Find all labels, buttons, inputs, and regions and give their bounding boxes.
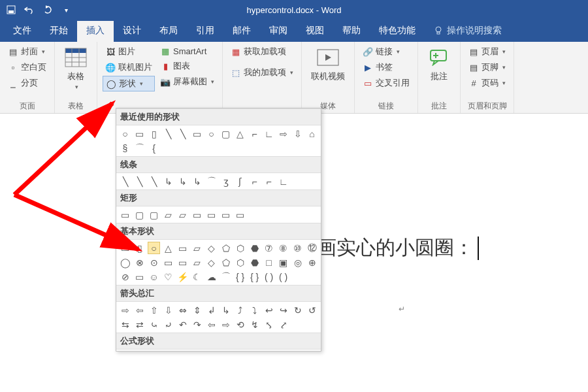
shape-item[interactable]: { } (234, 270, 246, 283)
shape-item[interactable]: ▣ (277, 256, 289, 269)
shape-item[interactable]: ⟲ (234, 318, 246, 331)
shape-item[interactable]: ▭ (119, 242, 131, 254)
shape-item[interactable]: ⬡ (234, 242, 246, 254)
shape-item[interactable]: ☾ (191, 270, 203, 283)
shape-item[interactable]: ○ (205, 127, 218, 140)
shape-item[interactable]: ⇄ (133, 318, 146, 331)
shape-item[interactable]: ⌂ (306, 127, 318, 140)
shape-item[interactable]: { (148, 142, 160, 154)
shape-item[interactable]: ⊙ (148, 256, 160, 269)
shape-item[interactable]: ▭ (133, 127, 146, 140)
shape-item[interactable]: ○ (148, 242, 160, 254)
shape-item[interactable]: ▭ (119, 208, 131, 221)
shape-item[interactable]: ⤾ (162, 318, 174, 331)
shape-item[interactable]: ↲ (205, 304, 218, 316)
shape-item[interactable]: ⇆ (119, 318, 131, 331)
shape-item[interactable]: ⬣ (248, 256, 261, 269)
qat-customize-icon[interactable]: ▾ (59, 3, 73, 17)
shape-item[interactable]: ▭ (133, 270, 146, 283)
shape-item[interactable]: ▯ (148, 127, 160, 140)
pictures-button[interactable]: 🖼图片 (103, 44, 155, 59)
tab-layout[interactable]: 布局 (150, 21, 187, 42)
shape-item[interactable]: ⬠ (220, 242, 232, 254)
shape-item[interactable]: ⌒ (205, 175, 218, 188)
shape-item[interactable]: ⇩ (162, 304, 174, 316)
shape-item[interactable]: ⊘ (119, 270, 131, 283)
shape-item[interactable]: ⇩ (291, 127, 304, 140)
shape-item[interactable]: ▭ (191, 127, 203, 140)
crossref-button[interactable]: ▭交叉引用 (360, 76, 412, 90)
shape-item[interactable]: ○ (119, 127, 131, 140)
shape-item[interactable]: ⤿ (148, 318, 160, 331)
shape-item[interactable]: ╲ (133, 175, 146, 188)
shape-item[interactable]: ▱ (191, 256, 203, 269)
shape-item[interactable]: ↳ (176, 175, 189, 188)
shape-item[interactable]: ╲ (176, 127, 189, 140)
shape-item[interactable]: ⑧ (277, 242, 289, 254)
screenshot-button[interactable]: 📷屏幕截图▾ (157, 74, 217, 89)
shape-item[interactable]: ▭ (191, 208, 203, 221)
shape-item[interactable]: ( ) (277, 270, 289, 283)
shape-item[interactable]: ⬣ (248, 242, 261, 254)
shape-item[interactable]: ⇨ (277, 127, 289, 140)
shape-item[interactable]: ▭ (220, 208, 232, 221)
shape-item[interactable]: ▱ (191, 242, 203, 254)
shape-item[interactable]: ⇔ (176, 304, 189, 316)
shape-item[interactable]: ▭ (176, 242, 189, 254)
get-addins-button[interactable]: ▦获取加载项 (228, 44, 296, 59)
shape-item[interactable]: { } (248, 270, 261, 283)
tab-review[interactable]: 审阅 (260, 21, 297, 42)
link-button[interactable]: 🔗链接▾ (360, 44, 412, 59)
shape-item[interactable]: ⇦ (205, 318, 218, 331)
shape-item[interactable]: ↺ (306, 304, 318, 316)
shape-item[interactable]: ⊕ (306, 256, 318, 269)
tab-file[interactable]: 文件 (4, 21, 41, 42)
shape-item[interactable]: § (119, 142, 131, 154)
tell-me-search[interactable]: 操作说明搜索 (425, 21, 511, 42)
shape-item[interactable]: ◎ (291, 256, 304, 269)
shape-item[interactable]: ◇ (205, 242, 218, 254)
shape-item[interactable]: ⚡ (176, 270, 189, 283)
shape-item[interactable]: ⤤ (277, 318, 289, 331)
my-addins-button[interactable]: ⬚我的加载项▾ (228, 65, 296, 80)
save-icon[interactable] (4, 3, 18, 17)
shape-item[interactable]: ⑫ (306, 242, 318, 254)
chart-button[interactable]: ▮图表 (157, 59, 217, 73)
shape-item[interactable]: ☺ (148, 270, 160, 283)
shape-item[interactable]: ↳ (220, 304, 232, 316)
shape-item[interactable]: ⤵ (248, 304, 261, 316)
shape-item[interactable]: ⑦ (263, 242, 275, 254)
shape-item[interactable]: ( ) (263, 270, 275, 283)
comment-button[interactable]: 批注 (423, 44, 455, 84)
shape-item[interactable]: ⇨ (119, 304, 131, 316)
tab-view[interactable]: 视图 (297, 21, 333, 42)
shape-item[interactable]: ↳ (191, 175, 203, 188)
shape-item[interactable]: ↪ (277, 304, 289, 316)
page-break-button[interactable]: ⎯分页 (5, 76, 49, 90)
shape-item[interactable]: ⌒ (133, 142, 146, 154)
shape-item[interactable]: ⬡ (234, 256, 246, 269)
shape-item[interactable]: ▭ (205, 208, 218, 221)
shape-item[interactable]: ⑩ (291, 242, 304, 254)
online-pictures-button[interactable]: 🌐联机图片 (103, 60, 155, 74)
cover-page-button[interactable]: ▤封面▾ (5, 44, 49, 59)
shape-item[interactable]: ∟ (277, 175, 289, 188)
shape-item[interactable]: ◇ (205, 256, 218, 269)
shape-item[interactable]: ▢ (133, 208, 146, 221)
shape-item[interactable]: ⇕ (191, 304, 203, 316)
shape-item[interactable]: ▱ (162, 208, 174, 221)
shape-item[interactable]: ↶ (176, 318, 189, 331)
shape-item[interactable]: ʃ (234, 175, 246, 188)
shape-item[interactable]: ▭ (176, 256, 189, 269)
shape-item[interactable]: ☁ (205, 270, 218, 283)
shape-item[interactable]: ▢ (220, 127, 232, 140)
shape-item[interactable]: ʒ (220, 175, 232, 188)
shape-item[interactable]: △ (234, 127, 246, 140)
shape-item[interactable]: ⌐ (248, 127, 261, 140)
shape-item[interactable]: ╲ (148, 175, 160, 188)
shape-item[interactable]: ↳ (162, 175, 174, 188)
tab-help[interactable]: 帮助 (333, 21, 370, 42)
tab-references[interactable]: 引用 (187, 21, 223, 42)
smartart-button[interactable]: ▦SmartArt (157, 44, 217, 57)
online-video-button[interactable]: 联机视频 (307, 44, 349, 84)
